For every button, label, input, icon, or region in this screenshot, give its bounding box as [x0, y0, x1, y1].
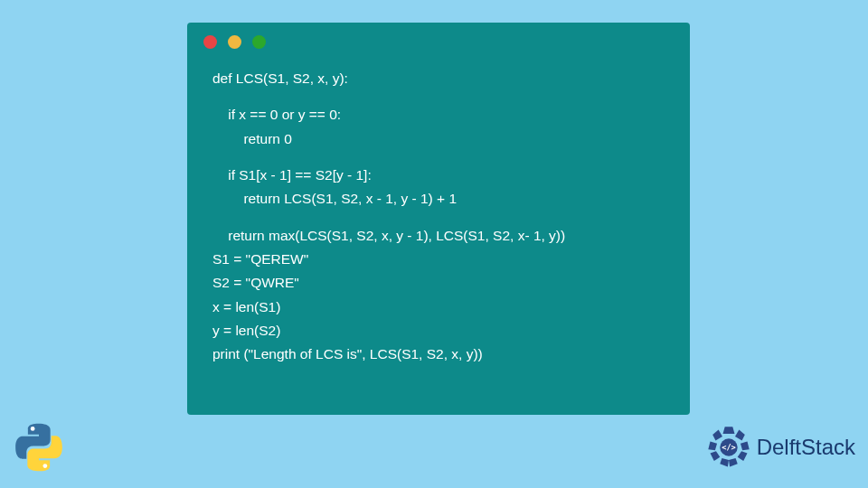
delft-branding: </> DelftStack [704, 423, 855, 472]
code-line: if x == 0 or y == 0: [212, 103, 665, 127]
close-icon [203, 35, 217, 49]
code-line: return max(LCS(S1, S2, x, y - 1), LCS(S1… [212, 224, 665, 248]
brand-name: DelftStack [757, 435, 855, 460]
delftstack-logo-icon: </> [704, 423, 753, 472]
svg-text:</>: </> [722, 443, 736, 452]
code-line: def LCS(S1, S2, x, y): [212, 67, 665, 90]
code-line: y = len(S2) [212, 319, 665, 343]
code-line: return 0 [212, 127, 665, 151]
minimize-icon [228, 35, 241, 49]
code-line: S1 = "QEREW" [212, 248, 665, 271]
code-line: return LCS(S1, S2, x - 1, y - 1) + 1 [212, 187, 665, 211]
python-logo-icon [13, 421, 65, 474]
code-window: def LCS(S1, S2, x, y): if x == 0 or y ==… [187, 23, 690, 415]
code-line: S2 = "QWRE" [212, 271, 665, 295]
code-line: print ("Length of LCS is", LCS(S1, S2, x… [212, 343, 665, 366]
code-line: x = len(S1) [212, 296, 665, 319]
svg-point-1 [42, 464, 47, 468]
maximize-icon [252, 35, 266, 49]
traffic-lights [187, 23, 690, 61]
code-content: def LCS(S1, S2, x, y): if x == 0 or y ==… [187, 61, 690, 372]
code-line: if S1[x - 1] == S2[y - 1]: [212, 164, 665, 187]
svg-point-0 [31, 427, 35, 431]
